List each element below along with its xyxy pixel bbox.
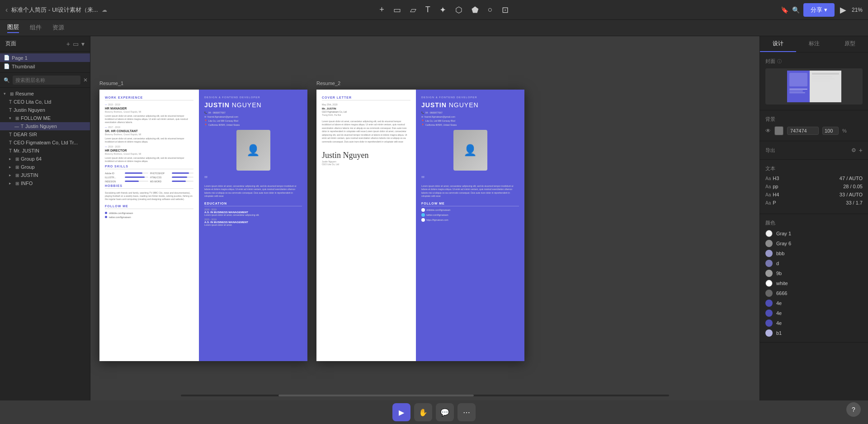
follow-me-title-l: FOLLOW ME bbox=[105, 205, 193, 209]
help-button[interactable]: ? bbox=[846, 402, 861, 417]
bg-color-input[interactable] bbox=[787, 127, 819, 135]
tab-layers[interactable]: 图层 bbox=[7, 23, 19, 33]
phone-contact-2: 📞84 - 9669877067 bbox=[421, 111, 519, 114]
bg-section-title: 背景 bbox=[765, 116, 863, 123]
expand-icon-follow[interactable]: ▾ bbox=[9, 116, 14, 120]
svg-rect-9 bbox=[789, 92, 805, 93]
sidebar-title: 页面 bbox=[5, 40, 16, 48]
right-tab-design[interactable]: 设计 bbox=[760, 36, 796, 52]
hand-tool-button[interactable]: ✋ bbox=[414, 403, 432, 421]
social2: twitter.com/figmateam bbox=[105, 216, 193, 219]
expand-icon-info[interactable]: ▸ bbox=[9, 181, 14, 186]
add-button[interactable]: + bbox=[377, 3, 386, 16]
text-button[interactable]: T bbox=[424, 3, 432, 16]
back-button[interactable]: ‹ bbox=[5, 6, 8, 14]
play-button[interactable]: ▶ bbox=[838, 3, 848, 17]
skill-adobe: Adobe ID bbox=[105, 172, 148, 175]
expand-icon-g64[interactable]: ▸ bbox=[9, 157, 14, 161]
layer-label-justin-group: JUSTIN bbox=[21, 172, 86, 178]
bg-opacity-input[interactable] bbox=[822, 127, 839, 135]
color-list: Gray 1 Gray 6 bbb d 9b bbox=[765, 230, 863, 337]
layer-label-dear: DEAR SIR bbox=[14, 132, 86, 137]
tab-components[interactable]: 组件 bbox=[30, 24, 42, 33]
search-input[interactable] bbox=[13, 76, 80, 85]
name-display: JUSTIN NGUYEN bbox=[204, 101, 302, 109]
color-dot-bbb[interactable] bbox=[765, 250, 773, 257]
color-dot-4e-1[interactable] bbox=[765, 300, 773, 307]
more-tool-button[interactable]: ⋯ bbox=[458, 403, 476, 421]
expand-icon-group[interactable]: ▸ bbox=[9, 165, 14, 169]
shape-button[interactable]: ⬡ bbox=[453, 3, 464, 17]
right-tab-prototype[interactable]: 原型 bbox=[832, 36, 868, 52]
pen-button[interactable]: ✦ bbox=[438, 3, 448, 17]
info-icon: ⓘ bbox=[777, 58, 782, 65]
layer-resume[interactable]: ▾ ⊞ Resume bbox=[0, 90, 90, 98]
color-dot-d[interactable] bbox=[765, 260, 773, 267]
job2-desc: Lorem ipsum dolor sit amet, consectetur … bbox=[105, 137, 193, 143]
canvas-content: Resume_1 WORK EXPERIENCE — 2015 - 2019 H… bbox=[99, 81, 524, 361]
export-add-btn[interactable]: + bbox=[859, 147, 863, 154]
canvas[interactable]: Resume_1 WORK EXPERIENCE — 2015 - 2019 H… bbox=[90, 36, 760, 400]
color-dot-4e-2[interactable] bbox=[765, 310, 773, 317]
share-button[interactable]: 分享 ▾ bbox=[803, 3, 835, 17]
color-dot-b1[interactable] bbox=[765, 329, 773, 337]
layer-justin-selected[interactable]: — T Justin Nguyen bbox=[0, 122, 90, 130]
right-panel-tabs: 设计 标注 原型 bbox=[760, 36, 868, 52]
skills-right: PHOTOSHOP HTML/CSS MS-WORD bbox=[150, 172, 193, 184]
svg-rect-5 bbox=[812, 81, 830, 81]
frame-button[interactable]: ▭ bbox=[392, 3, 403, 17]
vector-button[interactable]: ⬟ bbox=[470, 3, 481, 17]
expand-icon-justin-group[interactable]: ▸ bbox=[9, 173, 14, 177]
circle-button[interactable]: ○ bbox=[486, 3, 495, 16]
color-6666: 6666 bbox=[765, 290, 863, 297]
color-dot-4e-3[interactable] bbox=[765, 319, 773, 327]
sidebar: 页面 + ▭ ▾ 📄 Page 1 📄 Thumbnail 🔍 ✕ bbox=[0, 36, 90, 400]
font-row-2: Aa pp 28 / 0.05 bbox=[765, 184, 863, 189]
eye-icon[interactable]: 👁 bbox=[765, 128, 771, 134]
layer-ceo-lita[interactable]: T CEO Lita Co, Ltd bbox=[0, 98, 90, 106]
job2-title: SR. HR CONSULTANT bbox=[105, 129, 193, 133]
layer-label-follow: FOLLOW ME bbox=[21, 115, 86, 121]
crop-button[interactable]: ⊡ bbox=[500, 3, 510, 17]
sidebar-header: 页面 + ▭ ▾ bbox=[0, 36, 90, 52]
layer-info[interactable]: ▸ ⊞ INFO bbox=[0, 179, 90, 187]
scrollbar-container bbox=[90, 394, 760, 397]
color-dot-6666[interactable] bbox=[765, 290, 773, 297]
layer-dear-sir[interactable]: T DEAR SIR bbox=[0, 130, 90, 138]
color-dot-gray6[interactable] bbox=[765, 240, 773, 247]
layer-justin-group[interactable]: ▸ ⊞ JUSTIN bbox=[0, 171, 90, 179]
layer-justin-1[interactable]: T Justin Nguyen bbox=[0, 106, 90, 114]
email-contact: ✉foannd.figmateam@gmail.com bbox=[204, 115, 302, 118]
right-panel: 设计 标注 原型 封面 ⓘ bbox=[760, 36, 868, 400]
color-dot-gray1[interactable] bbox=[765, 230, 773, 237]
comment-tool-button[interactable]: 💬 bbox=[436, 403, 454, 421]
layer-mr-justin[interactable]: T Mr. JUSTIN bbox=[0, 147, 90, 155]
bookmark-icon[interactable]: 🔖 bbox=[781, 6, 788, 14]
scrollbar-thumb[interactable] bbox=[278, 395, 474, 396]
bg-color-swatch[interactable] bbox=[774, 126, 783, 135]
tab-assets[interactable]: 资源 bbox=[52, 24, 64, 33]
resume-2-card: COVER LETTER May 25th, 2020 Mr. JUSTIN C… bbox=[316, 90, 524, 361]
add-page-button[interactable]: + bbox=[66, 40, 70, 48]
phone-button[interactable]: ▱ bbox=[408, 3, 418, 17]
edu1-desc: Lorem ipsum dolor sit amet, consectetur … bbox=[204, 214, 302, 216]
color-dot-white[interactable] bbox=[765, 280, 773, 287]
page-item-1[interactable]: 📄 Page 1 bbox=[0, 53, 90, 62]
svg-rect-7 bbox=[789, 89, 807, 90]
search-icon-toolbar[interactable]: 🔍 bbox=[792, 6, 800, 14]
job1-company: Biotomy Brothers, Grand Rapids, MI bbox=[105, 110, 193, 113]
page-more-button[interactable]: ▾ bbox=[81, 40, 85, 48]
layer-group[interactable]: ▸ ⊞ Group bbox=[0, 163, 90, 171]
close-icon[interactable]: ✕ bbox=[83, 77, 88, 83]
resume-1-right: DESIGN & FONTEND DEVELOPER JUSTIN NGUYEN… bbox=[199, 90, 307, 361]
right-tab-annotate[interactable]: 标注 bbox=[796, 36, 832, 52]
page-options-button[interactable]: ▭ bbox=[73, 40, 79, 48]
page-item-2[interactable]: 📄 Thumbnail bbox=[0, 62, 90, 71]
layer-ceo-figma[interactable]: T CEO Figmateam Co, Ltd Tr... bbox=[0, 138, 90, 147]
color-dot-9b[interactable] bbox=[765, 270, 773, 277]
layer-group64[interactable]: ▸ ⊞ Group 64 bbox=[0, 155, 90, 163]
expand-icon[interactable]: ▾ bbox=[4, 91, 8, 96]
export-settings-btn[interactable]: ⚙ bbox=[851, 147, 856, 154]
layer-follow-me[interactable]: ▾ ⊞ FOLLOW ME bbox=[0, 114, 90, 122]
select-tool-button[interactable]: ▶ bbox=[392, 403, 410, 421]
